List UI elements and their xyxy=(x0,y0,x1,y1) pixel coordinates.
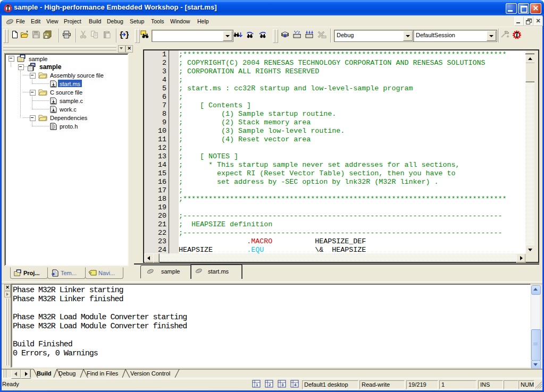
svg-text:3: 3 xyxy=(281,382,284,387)
svg-text:1: 1 xyxy=(256,382,258,387)
svg-text:4: 4 xyxy=(294,382,297,387)
svg-text:2: 2 xyxy=(269,382,271,387)
